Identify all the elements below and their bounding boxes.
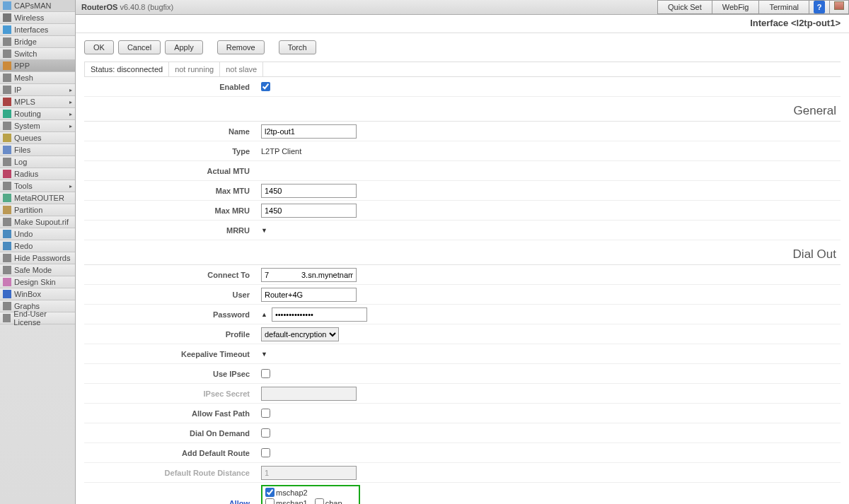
sidebar-icon bbox=[3, 74, 11, 82]
sidebar-icon bbox=[3, 13, 11, 22]
adddefault-checkbox[interactable] bbox=[261, 448, 270, 457]
sidebar-item-interfaces[interactable]: Interfaces bbox=[0, 24, 75, 36]
sidebar-item-radius[interactable]: Radius bbox=[0, 168, 75, 180]
user-label: User bbox=[84, 291, 261, 299]
mrru-label: MRRU bbox=[84, 226, 261, 235]
cancel-button[interactable]: Cancel bbox=[118, 40, 161, 54]
allow-mschap1-checkbox[interactable] bbox=[265, 498, 275, 504]
sidebar-icon bbox=[3, 302, 11, 310]
sidebar-item-label: PPP bbox=[14, 61, 30, 70]
sidebar-item-ip[interactable]: IP▸ bbox=[0, 84, 75, 96]
sidebar-item-make-supout-rif[interactable]: Make Supout.rif bbox=[0, 216, 75, 228]
sidebar-item-end-user-license[interactable]: End-User License bbox=[0, 312, 75, 324]
terminal-button[interactable]: Terminal bbox=[758, 0, 809, 14]
keepalive-expand[interactable]: ▼ bbox=[261, 351, 267, 358]
sidebar-item-redo[interactable]: Redo bbox=[0, 240, 75, 252]
sidebar-icon bbox=[3, 110, 11, 118]
sidebar-item-label: MetaROUTER bbox=[14, 194, 64, 202]
actualmtu-label: Actual MTU bbox=[84, 167, 261, 175]
sidebar-item-queues[interactable]: Queues bbox=[0, 132, 75, 144]
allowfast-label: Allow Fast Path bbox=[84, 409, 261, 418]
password-input[interactable] bbox=[272, 307, 367, 322]
sidebar-item-winbox[interactable]: WinBox bbox=[0, 288, 75, 300]
chevron-right-icon: ▸ bbox=[69, 99, 72, 105]
name-label: Name bbox=[84, 127, 261, 136]
sidebar-item-hide-passwords[interactable]: Hide Passwords bbox=[0, 252, 75, 264]
logout-button[interactable] bbox=[829, 0, 849, 14]
torch-button[interactable]: Torch bbox=[279, 40, 316, 54]
sidebar-icon bbox=[3, 158, 11, 166]
ok-button[interactable]: OK bbox=[84, 40, 114, 54]
sidebar-item-tools[interactable]: Tools▸ bbox=[0, 180, 75, 192]
sidebar-item-log[interactable]: Log bbox=[0, 156, 75, 168]
sidebar-item-design-skin[interactable]: Design Skin bbox=[0, 276, 75, 288]
maxmru-label: Max MRU bbox=[84, 206, 261, 215]
name-input[interactable] bbox=[261, 124, 357, 139]
sidebar-item-label: Redo bbox=[14, 242, 33, 250]
sidebar-item-label: Hide Passwords bbox=[14, 254, 70, 262]
help-button[interactable]: ? bbox=[809, 0, 830, 14]
allowfast-checkbox[interactable] bbox=[261, 409, 270, 418]
connect-input[interactable] bbox=[261, 268, 357, 282]
sidebar-icon bbox=[3, 206, 11, 214]
sidebar-item-wireless[interactable]: Wireless bbox=[0, 12, 75, 24]
sidebar-item-switch[interactable]: Switch bbox=[0, 48, 75, 60]
sidebar-icon bbox=[3, 290, 11, 298]
sidebar-item-partition[interactable]: Partition bbox=[0, 204, 75, 216]
dialdemand-label: Dial On Demand bbox=[84, 429, 261, 438]
password-collapse[interactable]: ▲ bbox=[261, 311, 267, 318]
sidebar-item-routing[interactable]: Routing▸ bbox=[0, 108, 75, 120]
sidebar-item-label: Partition bbox=[14, 206, 42, 214]
sidebar-icon bbox=[3, 194, 11, 202]
enabled-label: Enabled bbox=[84, 83, 261, 91]
sidebar-item-files[interactable]: Files bbox=[0, 144, 75, 156]
sidebar-icon bbox=[3, 170, 11, 178]
sidebar-item-label: Switch bbox=[14, 49, 37, 58]
sidebar-item-bridge[interactable]: Bridge bbox=[0, 36, 75, 48]
sidebar-item-label: Interfaces bbox=[14, 25, 48, 34]
sidebar-item-label: MPLS bbox=[14, 98, 35, 106]
useipsec-checkbox[interactable] bbox=[261, 369, 270, 378]
sidebar-item-label: Log bbox=[14, 158, 27, 166]
mrru-expand[interactable]: ▼ bbox=[261, 227, 267, 234]
maxmtu-input[interactable] bbox=[261, 184, 357, 198]
profile-select[interactable]: default-encryption bbox=[261, 327, 339, 341]
section-general: General bbox=[84, 97, 841, 122]
quickset-button[interactable]: Quick Set bbox=[657, 0, 712, 14]
sidebar-item-mesh[interactable]: Mesh bbox=[0, 72, 75, 84]
maxmru-input[interactable] bbox=[261, 204, 357, 218]
sidebar-icon bbox=[3, 98, 11, 106]
sidebar-item-label: Design Skin bbox=[14, 278, 56, 286]
sidebar-item-metarouter[interactable]: MetaROUTER bbox=[0, 192, 75, 204]
sidebar-item-capsman[interactable]: CAPsMAN bbox=[0, 0, 75, 12]
user-input[interactable] bbox=[261, 288, 357, 302]
status-notrunning: not running bbox=[169, 62, 220, 76]
sidebar: CAPsMANWirelessInterfacesBridgeSwitchPPP… bbox=[0, 0, 76, 504]
sidebar-item-system[interactable]: System▸ bbox=[0, 120, 75, 132]
webfig-button[interactable]: WebFig bbox=[712, 0, 760, 14]
apply-button[interactable]: Apply bbox=[165, 40, 203, 54]
sidebar-item-ppp[interactable]: PPP bbox=[0, 60, 75, 72]
remove-button[interactable]: Remove bbox=[217, 40, 265, 54]
sidebar-item-label: Safe Mode bbox=[14, 266, 52, 274]
adddefault-label: Add Default Route bbox=[84, 449, 261, 457]
allow-chap-checkbox[interactable] bbox=[315, 498, 324, 504]
chevron-right-icon: ▸ bbox=[69, 87, 72, 93]
sidebar-icon bbox=[3, 218, 11, 226]
allow-mschap2-checkbox[interactable] bbox=[265, 488, 275, 497]
sidebar-item-undo[interactable]: Undo bbox=[0, 228, 75, 240]
sidebar-icon bbox=[3, 266, 11, 274]
product-title: RouterOS v6.40.8 (bugfix) bbox=[81, 3, 173, 11]
defroutedist-label: Default Route Distance bbox=[84, 469, 261, 477]
sidebar-icon bbox=[3, 122, 11, 130]
sidebar-icon bbox=[3, 1, 11, 10]
sidebar-item-label: IP bbox=[14, 86, 21, 94]
sidebar-item-mpls[interactable]: MPLS▸ bbox=[0, 96, 75, 108]
dialdemand-checkbox[interactable] bbox=[261, 428, 270, 438]
allow-box: mschap2 mschap1 chap pap bbox=[261, 485, 360, 504]
sidebar-item-label: Radius bbox=[14, 170, 38, 178]
sidebar-item-safe-mode[interactable]: Safe Mode bbox=[0, 264, 75, 276]
enabled-checkbox[interactable] bbox=[261, 82, 270, 91]
sidebar-icon bbox=[3, 146, 11, 154]
chevron-right-icon: ▸ bbox=[69, 183, 72, 189]
